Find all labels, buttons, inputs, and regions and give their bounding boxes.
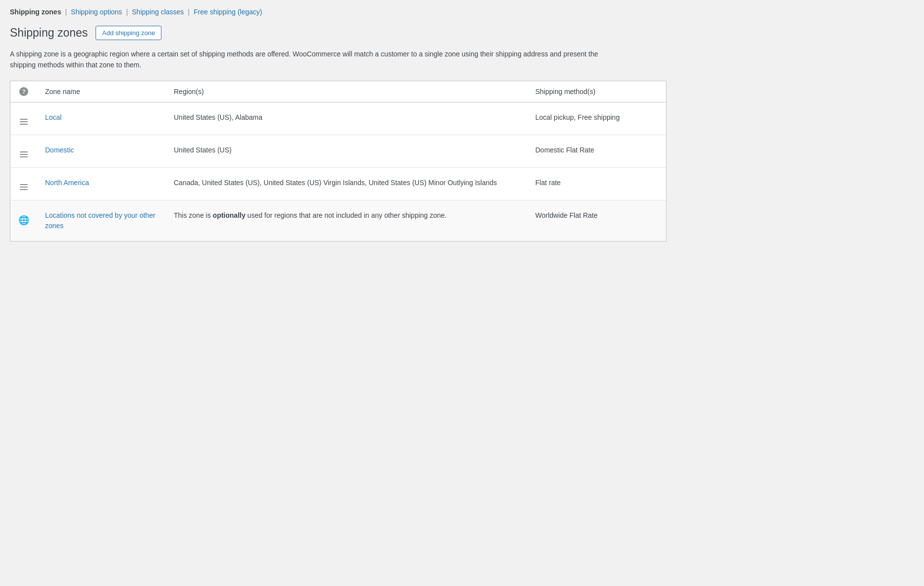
regions-text-before: This zone is bbox=[174, 211, 213, 219]
zone-name-cell: Domestic bbox=[37, 135, 166, 167]
row-icon-cell bbox=[10, 102, 37, 135]
add-shipping-zone-button[interactable]: Add shipping zone bbox=[96, 26, 161, 40]
col-header-zone-name: Zone name bbox=[37, 81, 166, 102]
table-row: North America Canada, United States (US)… bbox=[10, 167, 666, 200]
row-icon-cell: 🌐 bbox=[10, 200, 37, 241]
nav-shipping-classes[interactable]: Shipping classes bbox=[132, 8, 184, 16]
table-row: Domestic United States (US) Domestic Fla… bbox=[10, 135, 666, 167]
zone-regions-cell: This zone is optionally used for regions… bbox=[166, 200, 527, 241]
zone-name-cell: North America bbox=[37, 167, 166, 200]
zone-methods-cell: Flat rate bbox=[527, 167, 666, 200]
page-description: A shipping zone is a geographic region w… bbox=[10, 49, 604, 71]
zone-name-cell: Local bbox=[37, 102, 166, 135]
top-nav: Shipping zones | Shipping options | Ship… bbox=[10, 8, 667, 16]
table-row: Local United States (US), Alabama Local … bbox=[10, 102, 666, 135]
shipping-zones-table-wrapper: ? Zone name Region(s) Shipping method(s) bbox=[10, 81, 667, 242]
help-icon[interactable]: ? bbox=[19, 87, 28, 96]
nav-shipping-zones[interactable]: Shipping zones bbox=[10, 8, 61, 16]
nav-sep-1: | bbox=[65, 8, 67, 16]
regions-text-after: used for regions that are not included i… bbox=[246, 211, 447, 219]
zone-name-link[interactable]: North America bbox=[45, 179, 89, 187]
shipping-zones-table: ? Zone name Region(s) Shipping method(s) bbox=[10, 81, 666, 241]
zone-methods-cell: Worldwide Flat Rate bbox=[527, 200, 666, 241]
nav-free-shipping[interactable]: Free shipping (legacy) bbox=[194, 8, 262, 16]
zone-name-link[interactable]: Local bbox=[45, 113, 61, 121]
drag-handle-icon[interactable] bbox=[20, 151, 28, 157]
zone-name-cell: Locations not covered by your other zone… bbox=[37, 200, 166, 241]
zone-name-link[interactable]: Locations not covered by your other zone… bbox=[45, 211, 155, 230]
row-icon-cell bbox=[10, 167, 37, 200]
page-wrapper: Shipping zones | Shipping options | Ship… bbox=[0, 0, 676, 249]
regions-text-bold: optionally bbox=[213, 211, 246, 219]
table-row: 🌐 Locations not covered by your other zo… bbox=[10, 200, 666, 241]
globe-icon: 🌐 bbox=[18, 215, 29, 226]
nav-sep-3: | bbox=[188, 8, 190, 16]
drag-handle-icon[interactable] bbox=[20, 119, 28, 125]
nav-shipping-options[interactable]: Shipping options bbox=[71, 8, 122, 16]
zone-methods-cell: Domestic Flat Rate bbox=[527, 135, 666, 167]
col-header-regions: Region(s) bbox=[166, 81, 527, 102]
page-heading-row: Shipping zones Add shipping zone bbox=[10, 26, 667, 41]
col-header-icon: ? bbox=[10, 81, 37, 102]
zone-name-link[interactable]: Domestic bbox=[45, 146, 74, 154]
row-icon-cell bbox=[10, 135, 37, 167]
zone-regions-cell: Canada, United States (US), United State… bbox=[166, 167, 527, 200]
drag-handle-icon[interactable] bbox=[20, 184, 28, 190]
page-title: Shipping zones bbox=[10, 26, 88, 41]
nav-sep-2: | bbox=[126, 8, 128, 16]
table-header-row: ? Zone name Region(s) Shipping method(s) bbox=[10, 81, 666, 102]
zone-methods-cell: Local pickup, Free shipping bbox=[527, 102, 666, 135]
col-header-methods: Shipping method(s) bbox=[527, 81, 666, 102]
zone-regions-cell: United States (US) bbox=[166, 135, 527, 167]
zone-regions-cell: United States (US), Alabama bbox=[166, 102, 527, 135]
